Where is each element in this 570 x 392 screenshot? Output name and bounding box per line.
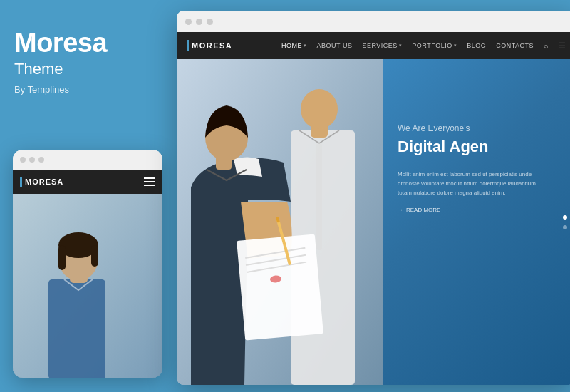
desktop-titlebar	[177, 11, 570, 32]
svg-point-10	[301, 89, 338, 129]
read-more-link[interactable]: → READ MORE	[398, 207, 561, 213]
nav-portfolio[interactable]: PORTFOLIO ▾	[412, 42, 457, 49]
search-icon[interactable]: ⌕	[544, 41, 549, 50]
hero-small-text: We Are Everyone's	[398, 123, 561, 133]
svg-rect-6	[91, 245, 98, 267]
brand-title: Moresa	[14, 29, 157, 58]
nav-blog[interactable]: BLOG	[467, 42, 486, 49]
desktop-dot-2	[196, 19, 202, 25]
svg-rect-5	[58, 245, 66, 270]
desktop-logo: MORESA	[187, 40, 232, 51]
brand-by: By Templines	[14, 84, 157, 95]
svg-rect-11	[316, 143, 322, 250]
brand-subtitle: Theme	[14, 60, 157, 78]
nav-contacts[interactable]: CONTACTS	[496, 42, 534, 49]
svg-rect-20	[216, 155, 232, 170]
svg-rect-1	[48, 279, 105, 378]
content-right-hero: We Are Everyone's Digital Agen Mollit an…	[383, 59, 570, 385]
mobile-dot-1	[20, 157, 26, 163]
mobile-dot-3	[38, 157, 44, 163]
mobile-hamburger-icon[interactable]	[144, 177, 155, 186]
desktop-logo-bar	[187, 40, 189, 51]
mobile-content-image	[13, 194, 162, 378]
mobile-navbar: MORESA	[13, 170, 162, 194]
desktop-navbar: MORESA HOME ▾ ABOUT US SERVICES ▾ PORTFO…	[177, 32, 570, 59]
hero-body-text: Mollit anim enim est laborum sed ut pers…	[398, 170, 540, 197]
desktop-dot-3	[207, 19, 213, 25]
content-left-image	[177, 59, 383, 385]
desktop-nav-links: HOME ▾ ABOUT US SERVICES ▾ PORTFOLIO ▾ B…	[281, 41, 566, 51]
hero-pagination[interactable]	[563, 215, 567, 229]
nav-home[interactable]: HOME ▾	[281, 42, 307, 49]
svg-rect-12	[237, 234, 323, 340]
mobile-logo: MORESA	[20, 177, 63, 187]
mobile-mockup: MORESA	[13, 150, 162, 378]
pagination-dot-2[interactable]	[563, 225, 567, 229]
nav-services[interactable]: SERVICES ▾	[362, 42, 402, 49]
mobile-titlebar	[13, 150, 162, 170]
desktop-content: We Are Everyone's Digital Agen Mollit an…	[177, 59, 570, 385]
mobile-logo-bar	[20, 177, 22, 187]
hero-large-text: Digital Agen	[398, 138, 561, 156]
menu-icon[interactable]: ☰	[559, 41, 566, 51]
mobile-dot-2	[29, 157, 35, 163]
pagination-dot-1[interactable]	[563, 215, 567, 220]
nav-about[interactable]: ABOUT US	[317, 42, 353, 49]
desktop-mockup: MORESA HOME ▾ ABOUT US SERVICES ▾ PORTFO…	[177, 11, 570, 385]
desktop-dot-1	[185, 19, 192, 25]
